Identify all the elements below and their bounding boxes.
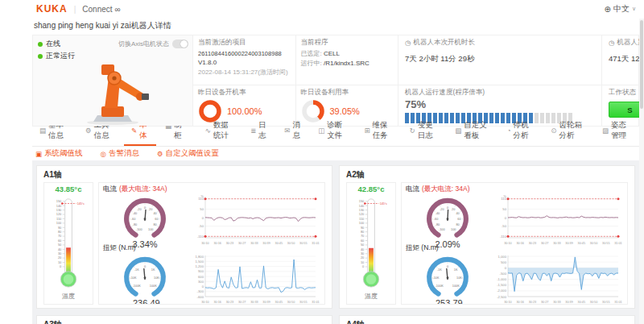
tab-label: 数据统计 [213, 120, 234, 141]
svg-text:30:50: 30:50 [287, 301, 295, 304]
svg-text:30:27: 30:27 [238, 301, 246, 304]
tab-icon: ≣ [250, 127, 256, 135]
svg-text:%: % [504, 195, 507, 198]
language-selector[interactable]: ⊕ 中文 ∨ [604, 3, 636, 15]
svg-text:-60: -60 [131, 218, 136, 221]
svg-text:30:33: 30:33 [250, 301, 258, 304]
svg-text:30:50: 30:50 [590, 301, 598, 304]
subtab-0[interactable]: ▣系统阈值线 [35, 148, 83, 159]
subtab-label: 系统阈值线 [44, 148, 83, 159]
svg-text:1K: 1K [151, 268, 155, 272]
svg-text:30:55: 30:55 [602, 242, 610, 245]
util-rate-value: 39.05% [330, 106, 360, 116]
svg-text:130: 130 [56, 208, 62, 212]
tab-8[interactable]: ⊞维保任务 [357, 118, 400, 146]
tab-13[interactable]: ▨姿态管理 [595, 118, 639, 146]
svg-text:30:23: 30:23 [529, 242, 537, 245]
subtab-2[interactable]: ⚙自定义阈值设置 [157, 148, 219, 159]
tab-label: 自定义看板 [464, 120, 490, 141]
svg-text:-1,500: -1,500 [497, 283, 507, 287]
torque-gauge: 01K10K100K-100K-10K-1K [418, 253, 477, 300]
svg-text:30:39: 30:39 [262, 242, 270, 245]
svg-text:900: 900 [198, 269, 204, 273]
tab-12[interactable]: ⊙齿轮箱分析 [543, 118, 593, 146]
connect-link[interactable]: Connect ∞ [82, 5, 120, 14]
svg-text:-110: -110 [500, 235, 507, 239]
svg-text:20: 20 [361, 255, 365, 260]
axis-panel-a4: A4轴 38.85°c 1501401301201101009080706050… [339, 315, 635, 324]
svg-text:30:10: 30:10 [201, 301, 209, 304]
tab-icon: ⊙ [551, 127, 556, 135]
svg-text:500: 500 [501, 260, 507, 264]
axis-title: A4轴 [346, 319, 628, 324]
running-dot [38, 54, 43, 59]
svg-text:30:55: 30:55 [602, 301, 610, 304]
svg-text:31:01: 31:01 [312, 242, 320, 245]
tab-icon: ◫ [318, 127, 324, 135]
svg-text:110: 110 [359, 217, 365, 221]
svg-text:100: 100 [451, 228, 456, 231]
axis-toggle[interactable] [172, 39, 188, 48]
svg-text:-600: -600 [197, 295, 204, 299]
svg-text:-50: -50 [502, 224, 507, 228]
current-chart: 110500-50-110%30:1030:1630:2330:2730:333… [489, 194, 622, 246]
svg-text:1K: 1K [454, 268, 458, 272]
tab-label: 诊断文件 [327, 120, 348, 141]
svg-text:-500: -500 [500, 272, 507, 276]
svg-text:30:55: 30:55 [299, 301, 308, 304]
svg-text:100K: 100K [452, 285, 460, 288]
svg-text:20: 20 [452, 208, 455, 211]
scrollbar[interactable] [639, 19, 644, 324]
svg-text:-1,000: -1,000 [497, 277, 507, 281]
svg-text:0: 0 [447, 265, 448, 268]
tab-9[interactable]: ↻变更日志 [402, 118, 446, 146]
svg-text:0: 0 [362, 264, 365, 268]
svg-text:30:16: 30:16 [516, 301, 524, 304]
svg-text:145°c: 145°c [380, 202, 388, 206]
chevron-down-icon: ∨ [632, 6, 636, 12]
svg-text:80: 80 [153, 223, 156, 226]
tab-icon: ✎ [131, 127, 137, 135]
thermometer: 1501401301201101009080706050403020100145… [348, 193, 394, 292]
scrollbar-thumb[interactable] [640, 20, 643, 109]
svg-text:-1K: -1K [437, 268, 442, 272]
clock-icon: ◷ [405, 39, 411, 47]
svg-text:30:50: 30:50 [590, 242, 598, 245]
tab-4[interactable]: ∿数据统计 [198, 118, 242, 146]
svg-text:30:33: 30:33 [553, 301, 561, 304]
tab-11[interactable]: ◔停机分析 [499, 118, 542, 146]
svg-text:150: 150 [56, 199, 62, 203]
tab-label: 齿轮箱分析 [559, 120, 585, 141]
tab-10[interactable]: ▧自定义看板 [448, 118, 497, 146]
svg-text:30:45: 30:45 [275, 242, 283, 245]
svg-text:0: 0 [202, 216, 204, 220]
temperature-value: 43.85°c [44, 185, 93, 193]
tab-icon: ∿ [205, 127, 211, 135]
svg-text:-20: -20 [137, 208, 142, 211]
header-right: ◷机器人本次开机时长 7天 2小时 11分 29秒 ◷机器人累计运动时长 471… [398, 35, 644, 126]
svg-text:60: 60 [457, 218, 460, 221]
tab-6[interactable]: ✉消息 [277, 118, 309, 146]
svg-text:30:10: 30:10 [504, 242, 512, 245]
clock-icon: ◷ [609, 39, 614, 47]
svg-text:130: 130 [359, 208, 365, 212]
tab-7[interactable]: ◫诊断文件 [311, 118, 355, 146]
tab-5[interactable]: ≣日志 [243, 118, 275, 146]
svg-text:40: 40 [153, 212, 156, 215]
svg-text:31:01: 31:01 [614, 301, 622, 304]
svg-text:90: 90 [361, 226, 365, 230]
temperature-value: 42.85°c [347, 185, 395, 193]
subtab-1[interactable]: ◎告警消息 [101, 148, 139, 159]
robot-arm-image [56, 52, 169, 126]
project-id: 2611084416000224003108988 [198, 49, 291, 58]
tab-label: 维保任务 [373, 120, 394, 141]
svg-text:300: 300 [198, 280, 204, 284]
page-title: shang ping heng kuai yi zai机器人详情 [34, 20, 639, 31]
svg-text:-10K: -10K [130, 276, 137, 280]
toggle-knob [180, 40, 188, 48]
svg-text:100K: 100K [150, 285, 157, 288]
link-icon: ∞ [115, 5, 121, 14]
subtab-label: 自定义阈值设置 [166, 148, 220, 159]
svg-text:0: 0 [505, 216, 507, 220]
subtab-icon: ◎ [101, 150, 106, 158]
